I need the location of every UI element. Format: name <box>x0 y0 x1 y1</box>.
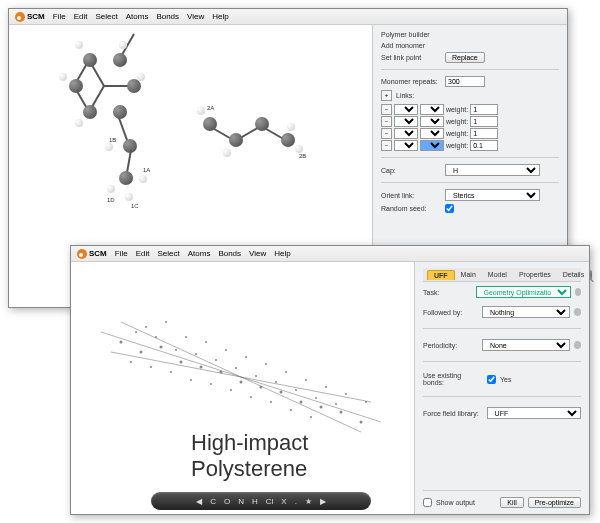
svg-point-19 <box>195 353 197 355</box>
menu-file[interactable]: File <box>53 12 66 21</box>
svg-point-23 <box>275 381 277 383</box>
svg-point-38 <box>165 321 167 323</box>
remove-link-button[interactable]: − <box>381 128 392 139</box>
label-1b: 1B <box>109 137 116 143</box>
app-logo: SCM <box>15 12 45 22</box>
svg-point-34 <box>270 401 272 403</box>
tab-details[interactable]: Details <box>557 270 590 279</box>
weight-label: weight: <box>446 106 468 113</box>
svg-point-36 <box>310 416 312 418</box>
periodicity-select[interactable]: None <box>482 339 570 351</box>
info-icon[interactable] <box>574 341 581 349</box>
svg-point-6 <box>180 361 183 364</box>
menubar: SCM File Edit Select Atoms Bonds View He… <box>9 9 567 25</box>
tab-main[interactable]: Main <box>455 270 482 279</box>
elem-c[interactable]: C <box>210 497 216 506</box>
orient-select[interactable]: Sterics <box>445 189 540 201</box>
followed-select[interactable]: Nothing <box>482 306 570 318</box>
weight-input[interactable] <box>470 116 498 127</box>
svg-point-15 <box>360 421 363 424</box>
link-to-select[interactable]: 2A <box>420 116 444 127</box>
weight-label: weight: <box>446 130 468 137</box>
kill-button[interactable]: Kill <box>500 497 523 508</box>
bonds-checkbox[interactable] <box>487 375 496 384</box>
arrow-left-icon[interactable]: ◀ <box>196 497 202 506</box>
link-to-select[interactable]: 1B <box>420 104 444 115</box>
weight-input[interactable] <box>470 104 498 115</box>
replace-button[interactable]: Replace <box>445 52 485 63</box>
weight-input[interactable] <box>470 140 498 151</box>
link-to-select[interactable]: 2A <box>420 128 444 139</box>
followed-label: Followed by: <box>423 309 478 316</box>
menubar: SCM File Edit Select Atoms Bonds View He… <box>71 246 589 262</box>
tab-uff[interactable]: UFF <box>427 270 455 280</box>
remove-link-button[interactable]: − <box>381 140 392 151</box>
separator <box>381 157 559 158</box>
task-select[interactable]: Geometry Optimization <box>476 286 571 298</box>
task-label: Task: <box>423 289 472 296</box>
menu-bonds[interactable]: Bonds <box>218 249 241 258</box>
info-icon[interactable] <box>575 288 581 296</box>
menu-view[interactable]: View <box>187 12 204 21</box>
elem-x[interactable]: X <box>281 497 286 506</box>
svg-point-4 <box>140 351 143 354</box>
add-link-button[interactable]: + <box>381 90 392 101</box>
menu-edit[interactable]: Edit <box>74 12 88 21</box>
link-row-3: − 2A 2B weight: <box>381 140 559 151</box>
search-icon[interactable] <box>590 270 592 280</box>
svg-point-21 <box>235 367 237 369</box>
seed-checkbox[interactable] <box>445 204 454 213</box>
preoptimize-button[interactable]: Pre-optimize <box>528 497 581 508</box>
add-monomer-label: Add monomer <box>381 42 425 49</box>
svg-line-2 <box>121 322 361 432</box>
cap-select[interactable]: H <box>445 164 540 176</box>
menu-view[interactable]: View <box>249 249 266 258</box>
remove-link-button[interactable]: − <box>381 104 392 115</box>
menu-help[interactable]: Help <box>274 249 290 258</box>
ff-select[interactable]: UFF <box>487 407 581 419</box>
remove-link-button[interactable]: − <box>381 116 392 127</box>
link-from-select[interactable]: 1C <box>394 116 418 127</box>
svg-point-24 <box>295 389 297 391</box>
bottom-bar: Show output Kill Pre-optimize <box>423 490 581 508</box>
polymer-viewport[interactable]: High-impact Polysterene ◀ C O N H Cl X .… <box>71 262 414 514</box>
weight-input[interactable] <box>470 128 498 139</box>
elem-cl[interactable]: Cl <box>266 497 274 506</box>
tab-properties[interactable]: Properties <box>513 270 557 279</box>
link-from-select[interactable]: 2A <box>394 140 418 151</box>
arrow-right-icon[interactable]: ▶ <box>320 497 326 506</box>
elem-n[interactable]: N <box>238 497 244 506</box>
info-icon[interactable] <box>574 308 581 316</box>
label-1a: 1A <box>143 167 150 173</box>
menu-file[interactable]: File <box>115 249 128 258</box>
svg-point-37 <box>145 326 147 328</box>
star-icon[interactable]: ★ <box>305 497 312 506</box>
menu-atoms[interactable]: Atoms <box>126 12 149 21</box>
svg-point-48 <box>365 401 367 403</box>
link-from-select[interactable]: 1D <box>394 128 418 139</box>
repeats-label: Monomer repeats: <box>381 78 441 85</box>
separator <box>423 396 581 397</box>
show-output-checkbox[interactable] <box>423 498 432 507</box>
link-to-select[interactable]: 2B <box>420 140 444 151</box>
svg-point-17 <box>155 336 157 338</box>
svg-point-12 <box>300 401 303 404</box>
menu-select[interactable]: Select <box>95 12 117 21</box>
repeats-input[interactable] <box>445 76 485 87</box>
menu-bonds[interactable]: Bonds <box>156 12 179 21</box>
menu-select[interactable]: Select <box>157 249 179 258</box>
link-from-select[interactable]: 1A <box>394 104 418 115</box>
menu-atoms[interactable]: Atoms <box>188 249 211 258</box>
svg-point-35 <box>290 409 292 411</box>
menu-edit[interactable]: Edit <box>136 249 150 258</box>
weight-label: weight: <box>446 118 468 125</box>
tab-model[interactable]: Model <box>482 270 513 279</box>
elem-h[interactable]: H <box>252 497 258 506</box>
svg-point-20 <box>215 359 217 361</box>
elem-period[interactable]: . <box>295 497 297 506</box>
svg-point-32 <box>230 389 232 391</box>
menu-help[interactable]: Help <box>212 12 228 21</box>
svg-point-16 <box>135 331 137 333</box>
svg-point-3 <box>120 341 123 344</box>
elem-o[interactable]: O <box>224 497 230 506</box>
